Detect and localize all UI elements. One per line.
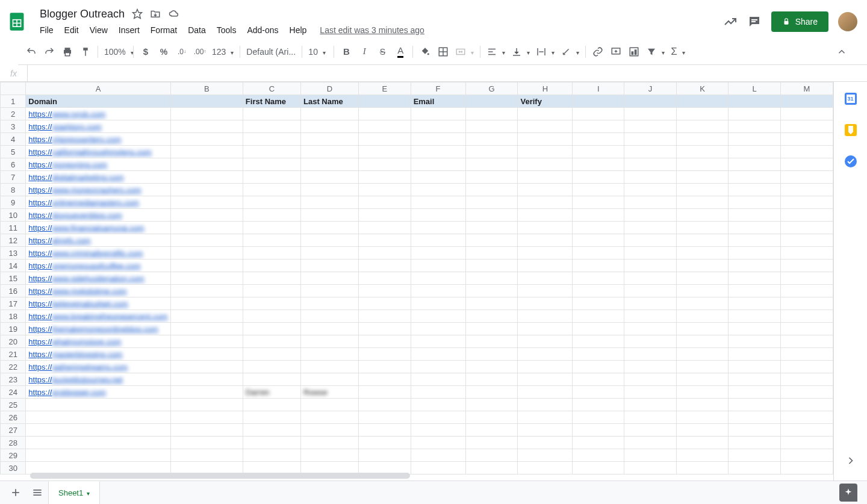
cell-B25[interactable] <box>170 399 243 411</box>
cell-A20[interactable]: https://whatmomslove.com <box>26 335 170 348</box>
row-header[interactable]: 28 <box>1 437 26 449</box>
cell-D22[interactable] <box>301 361 359 373</box>
cell-B7[interactable] <box>170 171 243 184</box>
row-header[interactable]: 15 <box>1 272 26 285</box>
cell-H29[interactable] <box>518 449 573 462</box>
cell-B27[interactable] <box>170 424 243 437</box>
star-icon[interactable] <box>132 8 143 19</box>
cell-G7[interactable] <box>465 171 518 184</box>
cell-F1[interactable]: Email <box>411 95 465 108</box>
cell-D5[interactable] <box>301 146 359 158</box>
cell-M20[interactable] <box>780 335 833 348</box>
cell-I27[interactable] <box>573 424 624 437</box>
cell-I21[interactable] <box>573 348 624 361</box>
cell-M23[interactable] <box>780 373 833 386</box>
cell-B20[interactable] <box>170 335 243 348</box>
cell-A3[interactable]: https://sparktoro.com <box>26 120 170 133</box>
cell-G13[interactable] <box>465 247 518 260</box>
cell-E18[interactable] <box>358 310 411 323</box>
cell-M8[interactable] <box>780 184 833 196</box>
merge-cells-button[interactable] <box>453 43 476 60</box>
cell-H5[interactable] <box>518 146 573 158</box>
decrease-decimal-button[interactable]: .0↓ <box>173 43 190 60</box>
row-header[interactable]: 6 <box>1 158 26 171</box>
cell-E16[interactable] <box>358 285 411 297</box>
cell-I22[interactable] <box>573 361 624 373</box>
column-header-L[interactable]: L <box>729 82 780 95</box>
column-header-H[interactable]: H <box>518 82 573 95</box>
row-header[interactable]: 14 <box>1 260 26 272</box>
cell-F6[interactable] <box>411 158 465 171</box>
cell-A19[interactable]: https://themakemoneyonlineblog.com <box>26 323 170 335</box>
menu-format[interactable]: Format <box>146 23 182 37</box>
cell-I28[interactable] <box>573 437 624 449</box>
cell-J22[interactable] <box>624 361 676 373</box>
cell-M10[interactable] <box>780 209 833 222</box>
cell-G10[interactable] <box>465 209 518 222</box>
row-header[interactable]: 22 <box>1 361 26 373</box>
cell-G12[interactable] <box>465 234 518 247</box>
cell-J14[interactable] <box>624 260 676 272</box>
cell-M22[interactable] <box>780 361 833 373</box>
cell-G2[interactable] <box>465 108 518 120</box>
font-size-select[interactable]: 10 <box>306 43 330 60</box>
cell-H3[interactable] <box>518 120 573 133</box>
cell-A17[interactable]: https://believeinabudget.com <box>26 297 170 310</box>
cell-L5[interactable] <box>729 146 780 158</box>
format-percent-button[interactable]: % <box>155 43 172 60</box>
cell-B4[interactable] <box>170 133 243 146</box>
cell-C3[interactable] <box>243 120 300 133</box>
cell-E24[interactable] <box>358 386 411 399</box>
row-header[interactable]: 1 <box>1 95 26 108</box>
cell-G14[interactable] <box>465 260 518 272</box>
cell-J21[interactable] <box>624 348 676 361</box>
cell-I6[interactable] <box>573 158 624 171</box>
insert-comment-button[interactable] <box>608 43 624 60</box>
cell-H16[interactable] <box>518 285 573 297</box>
cell-A8[interactable]: https://www.moneycrashers.com <box>26 184 170 196</box>
row-header[interactable]: 19 <box>1 323 26 335</box>
last-edit-link[interactable]: Last edit was 3 minutes ago <box>320 25 424 35</box>
collapse-toolbar-button[interactable] <box>833 43 850 60</box>
cell-H9[interactable] <box>518 196 573 209</box>
cell-C5[interactable] <box>243 146 300 158</box>
cell-H27[interactable] <box>518 424 573 437</box>
strikethrough-button[interactable]: S <box>374 43 391 60</box>
cell-B10[interactable] <box>170 209 243 222</box>
cell-L24[interactable] <box>729 386 780 399</box>
cell-A26[interactable] <box>26 411 170 424</box>
cell-J7[interactable] <box>624 171 676 184</box>
cell-A4[interactable]: https://chipresswriters.com <box>26 133 170 146</box>
cell-G22[interactable] <box>465 361 518 373</box>
zoom-select[interactable]: 100% <box>102 43 129 60</box>
cell-H18[interactable] <box>518 310 573 323</box>
cell-K1[interactable] <box>676 95 729 108</box>
cell-F21[interactable] <box>411 348 465 361</box>
column-header-A[interactable]: A <box>26 82 170 95</box>
cell-C23[interactable] <box>243 373 300 386</box>
cell-M26[interactable] <box>780 411 833 424</box>
select-all-corner[interactable] <box>1 82 26 95</box>
share-button[interactable]: Share <box>771 11 828 32</box>
cell-I29[interactable] <box>573 449 624 462</box>
row-header[interactable]: 12 <box>1 234 26 247</box>
cell-K11[interactable] <box>676 222 729 234</box>
cell-D8[interactable] <box>301 184 359 196</box>
print-button[interactable] <box>59 43 76 60</box>
cell-J15[interactable] <box>624 272 676 285</box>
cell-A6[interactable]: https://moneyning.com <box>26 158 170 171</box>
cell-B21[interactable] <box>170 348 243 361</box>
cell-H22[interactable] <box>518 361 573 373</box>
cell-C17[interactable] <box>243 297 300 310</box>
cell-D13[interactable] <box>301 247 359 260</box>
cell-L23[interactable] <box>729 373 780 386</box>
cell-K25[interactable] <box>676 399 729 411</box>
move-icon[interactable] <box>150 8 161 19</box>
cell-J17[interactable] <box>624 297 676 310</box>
font-select[interactable]: Default (Ari... <box>244 43 298 60</box>
cell-H25[interactable] <box>518 399 573 411</box>
cell-K8[interactable] <box>676 184 729 196</box>
menu-data[interactable]: Data <box>183 23 211 37</box>
cell-C13[interactable] <box>243 247 300 260</box>
row-header[interactable]: 16 <box>1 285 26 297</box>
